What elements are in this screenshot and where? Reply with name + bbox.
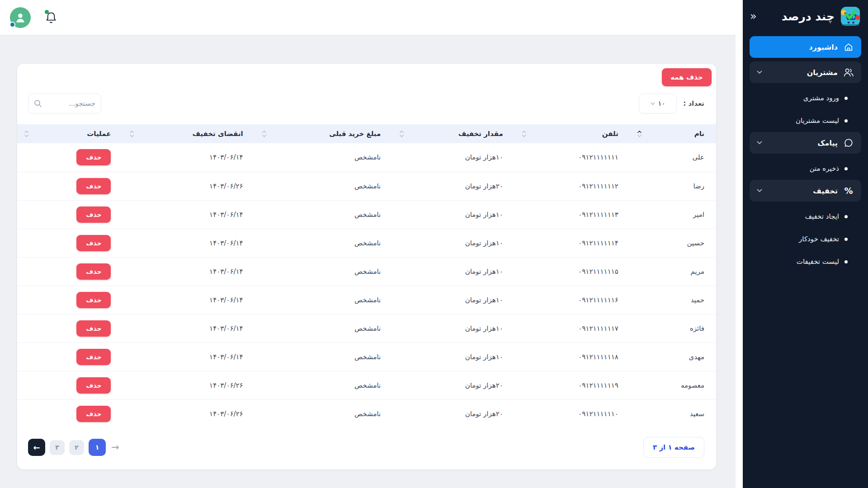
cell-name: علی — [630, 143, 716, 172]
chevron-down-icon — [757, 70, 762, 74]
cell-previous_purchase: نامشخص — [255, 399, 393, 428]
delete-row-button[interactable]: حذف — [76, 178, 111, 194]
cell-actions: حذف — [17, 399, 123, 428]
delete-row-button[interactable]: حذف — [76, 349, 111, 365]
column-header-discount[interactable]: مقدار تخفیف — [392, 124, 515, 143]
cell-previous_purchase: نامشخص — [255, 257, 393, 286]
cell-expiry: ۱۴۰۳/۰۶/۲۶ — [123, 399, 255, 428]
table-controls: تعداد : ۱۰ — [17, 86, 716, 124]
percent-icon: % — [843, 185, 854, 196]
page-button-۲[interactable]: ۲ — [69, 440, 84, 455]
sidebar-subitem-customer-list[interactable]: لیست مشتریان — [750, 109, 861, 132]
next-page-button[interactable]: ← — [28, 439, 45, 456]
sidebar-subitem-discount-list[interactable]: لیست تخفیفات — [750, 250, 861, 273]
bullet-icon — [844, 238, 848, 241]
column-header-name[interactable]: نام — [630, 124, 716, 143]
cell-discount: ۱۰هزار تومان — [392, 343, 515, 371]
delete-row-button[interactable]: حذف — [76, 149, 111, 165]
column-label: عملیات — [87, 130, 111, 138]
cell-actions: حذف — [17, 371, 123, 399]
pagination-row: صفحه ۱ از ۳ ←۳۲۱→ — [17, 428, 716, 469]
sidebar-subitem-label: ورود مشتری — [803, 94, 839, 102]
table-row: معصومه۰۹۱۲۱۱۱۱۱۱۹۲۰هزار توماننامشخص۱۴۰۳/… — [17, 371, 716, 399]
cell-phone: ۰۹۱۲۱۱۱۱۱۱۹ — [515, 371, 630, 399]
sort-arrows-icon[interactable] — [130, 131, 134, 137]
sidebar-item-label: پیامک — [817, 139, 838, 147]
table-row: مریم۰۹۱۲۱۱۱۱۱۱۵۱۰هزار توماننامشخص۱۴۰۳/۰۶… — [17, 257, 716, 286]
column-label: مقدار تخفیف — [458, 130, 503, 138]
user-avatar[interactable] — [10, 7, 31, 28]
delete-row-button[interactable]: حذف — [76, 263, 111, 280]
delete-row-button[interactable]: حذف — [76, 206, 111, 223]
page-button-۳[interactable]: ۳ — [50, 440, 65, 455]
sort-arrows-icon[interactable] — [522, 131, 526, 137]
cell-expiry: ۱۴۰۳/۰۶/۲۶ — [123, 371, 255, 399]
bullet-icon — [844, 97, 848, 100]
user-avatar-icon — [14, 11, 27, 24]
sidebar-item-dashboard[interactable]: داشبورد — [750, 36, 861, 58]
page-button-۱[interactable]: ۱ — [89, 439, 106, 456]
search-input[interactable] — [47, 99, 95, 108]
delete-all-button[interactable]: حذف همه — [662, 68, 712, 86]
cell-previous_purchase: نامشخص — [255, 286, 393, 314]
cell-actions: حذف — [17, 172, 123, 200]
sidebar-item-label: مشتریان — [807, 68, 838, 77]
cell-name: مهدی — [630, 343, 716, 371]
page-size-select[interactable]: ۱۰ — [639, 94, 677, 113]
bullet-icon — [844, 119, 848, 122]
sidebar-subitem-create-discount[interactable]: ایجاد تخفیف — [750, 205, 861, 228]
brand-title: چند درصد — [782, 10, 835, 23]
cell-discount: ۲۰هزار تومان — [392, 399, 515, 428]
brand-logo-icon — [840, 6, 861, 27]
cell-phone: ۰۹۱۲۱۱۱۱۱۱۴ — [515, 229, 630, 257]
table-row: سعید۰۹۱۲۱۱۱۱۱۱۰۲۰هزار توماننامشخص۱۴۰۳/۰۶… — [17, 399, 716, 428]
cell-previous_purchase: نامشخص — [255, 229, 393, 257]
cell-previous_purchase: نامشخص — [255, 371, 393, 399]
sidebar-subitem-auto-discount[interactable]: تخفیف خودکار — [750, 228, 861, 250]
cell-name: حمید — [630, 286, 716, 314]
cell-name: امیر — [630, 200, 716, 229]
delete-row-button[interactable]: حذف — [76, 292, 111, 308]
column-header-actions[interactable]: عملیات — [17, 124, 123, 143]
table-body: علی۰۹۱۲۱۱۱۱۱۱۱۱۰هزار توماننامشخص۱۴۰۳/۰۶/… — [17, 143, 716, 428]
sort-arrows-icon[interactable] — [400, 131, 404, 137]
cell-actions: حذف — [17, 286, 123, 314]
column-header-phone[interactable]: تلفن — [515, 124, 630, 143]
cell-actions: حذف — [17, 314, 123, 343]
notifications-button[interactable] — [44, 10, 58, 25]
app-root: { "brand": { "title": "چند درصد", "colla… — [0, 0, 868, 488]
sidebar-item-sms[interactable]: پیامک — [750, 132, 861, 154]
column-header-previous_purchase[interactable]: مبلغ خرید قبلی — [255, 124, 393, 143]
page-scrollbar[interactable] — [736, 0, 743, 488]
cell-previous_purchase: نامشخص — [255, 343, 393, 371]
previous-page-arrow[interactable]: → — [110, 442, 120, 453]
sidebar-header: چند درصد « — [743, 0, 868, 33]
column-header-expiry[interactable]: انقضای تخفیف — [123, 124, 255, 143]
cell-phone: ۰۹۱۲۱۱۱۱۱۱۰ — [515, 399, 630, 428]
cell-expiry: ۱۴۰۳/۰۶/۱۴ — [123, 343, 255, 371]
sidebar-item-discount[interactable]: %تخفیف — [750, 180, 861, 202]
sort-arrows-icon[interactable] — [262, 131, 266, 137]
sort-arrows-icon[interactable] — [637, 131, 642, 137]
sidebar-collapse-icon[interactable]: « — [750, 11, 757, 22]
sidebar-subitem-save-text[interactable]: ذخیره متن — [750, 157, 861, 180]
delete-row-button[interactable]: حذف — [76, 406, 111, 422]
delete-row-button[interactable]: حذف — [76, 320, 111, 337]
cell-expiry: ۱۴۰۳/۰۶/۱۴ — [123, 143, 255, 172]
delete-row-button[interactable]: حذف — [76, 377, 111, 394]
chevron-down-icon — [651, 102, 655, 105]
chevron-down-icon — [757, 141, 762, 145]
cell-phone: ۰۹۱۲۱۱۱۱۱۱۵ — [515, 257, 630, 286]
sidebar-subitem-customer-entry[interactable]: ورود مشتری — [750, 87, 861, 109]
sidebar-item-customers[interactable]: مشتریان — [750, 61, 861, 83]
cell-phone: ۰۹۱۲۱۱۱۱۱۱۶ — [515, 286, 630, 314]
customers-table: نامتلفنمقدار تخفیفمبلغ خرید قبلیانقضای ت… — [17, 124, 716, 428]
delete-row-button[interactable]: حذف — [76, 235, 111, 251]
cell-phone: ۰۹۱۲۱۱۱۱۱۱۷ — [515, 314, 630, 343]
topbar — [0, 0, 736, 35]
column-label: مبلغ خرید قبلی — [329, 130, 381, 138]
cell-actions: حذف — [17, 200, 123, 229]
page-size-label: تعداد : — [683, 99, 704, 108]
sort-arrows-icon[interactable] — [24, 131, 28, 137]
search-icon — [34, 99, 42, 108]
